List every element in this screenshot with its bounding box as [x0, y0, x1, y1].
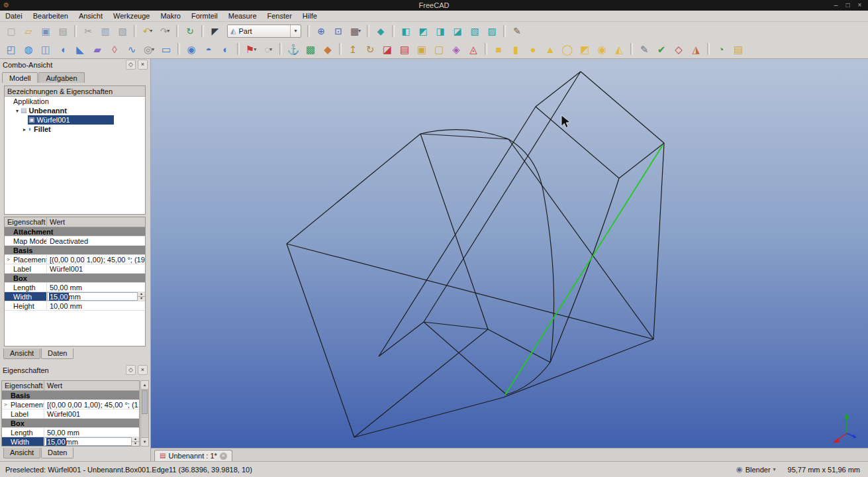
- extrude-button[interactable]: ↥: [344, 41, 362, 57]
- split-compsolid-button[interactable]: ◆: [319, 41, 336, 57]
- maximize-button[interactable]: □: [844, 1, 852, 10]
- expander-icon[interactable]: ▸: [21, 127, 28, 132]
- tree-item-applikation[interactable]: Applikation: [5, 97, 145, 106]
- minimize-button[interactable]: –: [832, 1, 840, 10]
- column-header-property[interactable]: Eigenschaft: [5, 217, 47, 227]
- scroll-up-icon[interactable]: ▴: [141, 381, 148, 390]
- property-name[interactable]: Width: [2, 437, 44, 446]
- print-button[interactable]: ▤: [54, 23, 72, 39]
- spinbox-arrows[interactable]: ▴▾: [137, 292, 145, 301]
- property-value[interactable]: [(0,00 0,00 1,00); 45,00 °; (19,...: [47, 255, 145, 264]
- sweep-button[interactable]: ∿: [123, 41, 140, 57]
- chevron-down-icon[interactable]: ▾: [290, 25, 301, 37]
- view-isometric-button[interactable]: ◆: [372, 23, 389, 39]
- chamfer-button[interactable]: ◣: [72, 41, 89, 57]
- shape-builder-button[interactable]: ◭: [610, 41, 628, 57]
- view-bottom-button[interactable]: ▧: [466, 23, 483, 39]
- primitive-sphere-button[interactable]: ●: [524, 41, 542, 57]
- float-panel-icon[interactable]: ◇: [126, 60, 136, 70]
- expander-icon[interactable]: >: [7, 256, 10, 262]
- view-left-button[interactable]: ▨: [483, 23, 501, 39]
- cut-button[interactable]: ✂: [79, 23, 97, 39]
- convert-to-solid-button[interactable]: ◮: [687, 41, 704, 57]
- menu-datei[interactable]: Datei: [0, 11, 28, 21]
- chevron-down-icon[interactable]: ▾: [358, 28, 361, 34]
- column-header-property[interactable]: Eigenschaft: [2, 381, 44, 390]
- offset-2d-button[interactable]: ▢: [430, 41, 448, 57]
- expander-icon[interactable]: ▾: [14, 108, 21, 114]
- close-button[interactable]: ×: [855, 1, 864, 10]
- property-name[interactable]: Length: [5, 283, 47, 292]
- undo-button[interactable]: ↶▾: [139, 23, 156, 39]
- menu-werkzeuge[interactable]: Werkzeuge: [108, 11, 155, 21]
- menu-bearbeiten[interactable]: Bearbeiten: [28, 11, 73, 21]
- spin-down-icon[interactable]: ▾: [138, 297, 145, 301]
- zoom-selection-button[interactable]: ⊡: [330, 23, 347, 39]
- boolean-union-button[interactable]: ◉: [183, 41, 200, 57]
- chevron-down-icon[interactable]: ▾: [150, 28, 152, 34]
- section-button[interactable]: ◪: [379, 41, 396, 57]
- new-document-button[interactable]: ▢: [3, 23, 20, 39]
- property-name[interactable]: Height: [5, 301, 47, 310]
- primitives-dialog-button[interactable]: ◩: [576, 41, 593, 57]
- chevron-down-icon[interactable]: ▾: [167, 28, 169, 34]
- menu-ansicht[interactable]: Ansicht: [73, 11, 108, 21]
- fillet-button[interactable]: ◖: [54, 41, 72, 57]
- refine-shape-button[interactable]: ◇: [670, 41, 687, 57]
- measure-button[interactable]: ✎: [508, 23, 526, 39]
- 3d-viewport[interactable]: [151, 59, 868, 448]
- axis-attachment-button[interactable]: ⚓: [285, 41, 302, 57]
- primitive-cone-button[interactable]: ▲: [542, 41, 559, 57]
- nav-style-selector[interactable]: ◉ Blender ▾: [736, 466, 776, 474]
- spin-down-icon[interactable]: ▾: [132, 442, 139, 446]
- chevron-down-icon[interactable]: ▾: [152, 46, 154, 52]
- boolean-cut-button[interactable]: ◐: [217, 41, 234, 57]
- property-value[interactable]: Würfel001: [44, 409, 139, 418]
- props-bottom-tab-daten[interactable]: Daten: [41, 448, 73, 458]
- primitive-cube-button[interactable]: ■: [490, 41, 507, 57]
- whats-this-button[interactable]: ◤: [207, 23, 224, 39]
- part-import-button[interactable]: ◰: [3, 41, 20, 57]
- highlighted-edge[interactable]: [505, 145, 663, 395]
- property-value[interactable]: [(0,00 0,00 1,00); 45,00 °; (1...: [44, 400, 139, 409]
- copy-button[interactable]: ▥: [97, 23, 114, 39]
- property-name[interactable]: Width: [5, 292, 47, 301]
- boolean-fragments-button[interactable]: ◔: [712, 41, 730, 57]
- property-name[interactable]: Label: [2, 409, 44, 418]
- cross-sections-button[interactable]: ▤: [396, 41, 413, 57]
- wireframe-model[interactable]: [287, 72, 664, 437]
- mirror-button[interactable]: ◫: [37, 41, 54, 57]
- scroll-down-icon[interactable]: ▾: [141, 437, 148, 446]
- defeaturing-button[interactable]: ◬: [465, 41, 482, 57]
- view-front-button[interactable]: ◧: [397, 23, 414, 39]
- refresh-button[interactable]: ↻: [181, 23, 199, 39]
- spinbox-arrows[interactable]: ▴▾: [131, 437, 139, 446]
- thickness-button[interactable]: ▭: [158, 41, 175, 57]
- property-name[interactable]: >Placement: [2, 400, 44, 409]
- workbench-selector[interactable]: ◭Part▾: [227, 25, 301, 38]
- view-top-button[interactable]: ◩: [414, 23, 432, 39]
- property-name[interactable]: Label: [5, 264, 47, 273]
- open-document-button[interactable]: ▱: [20, 23, 37, 39]
- tree-item-w-rfel001[interactable]: ▣Würfel001: [5, 115, 145, 125]
- column-header-value[interactable]: Wert: [47, 217, 68, 227]
- property-value[interactable]: 50,00 mm: [44, 428, 139, 437]
- offset-button[interactable]: ◎▾: [140, 41, 158, 57]
- primitive-cylinder-button[interactable]: ▮: [507, 41, 524, 57]
- vertical-scrollbar[interactable]: ▴ ▾: [140, 380, 149, 447]
- property-value[interactable]: 10,00 mm: [47, 301, 145, 310]
- section-plane-button[interactable]: ⚑▾: [242, 41, 260, 57]
- view-rear-button[interactable]: ◪: [449, 23, 466, 39]
- redo-button[interactable]: ↷▾: [156, 23, 173, 39]
- boolean-common-button[interactable]: ◓: [200, 41, 217, 57]
- tab-aufgaben[interactable]: Aufgaben: [38, 72, 84, 83]
- combo-bottom-tab-ansicht[interactable]: Ansicht: [3, 348, 40, 359]
- tree-item-fillet[interactable]: ▸◗Fillet: [5, 125, 145, 134]
- tab-modell[interactable]: Modell: [2, 72, 38, 83]
- document-tab[interactable]: ▤ Unbenannt : 1* ×: [154, 450, 232, 461]
- chevron-down-icon[interactable]: ▾: [254, 46, 256, 52]
- property-value[interactable]: Würfel001: [47, 264, 145, 273]
- property-value[interactable]: 50,00 mm: [47, 283, 145, 292]
- viewport-canvas[interactable]: [151, 59, 868, 448]
- group-button[interactable]: ▤: [730, 41, 747, 57]
